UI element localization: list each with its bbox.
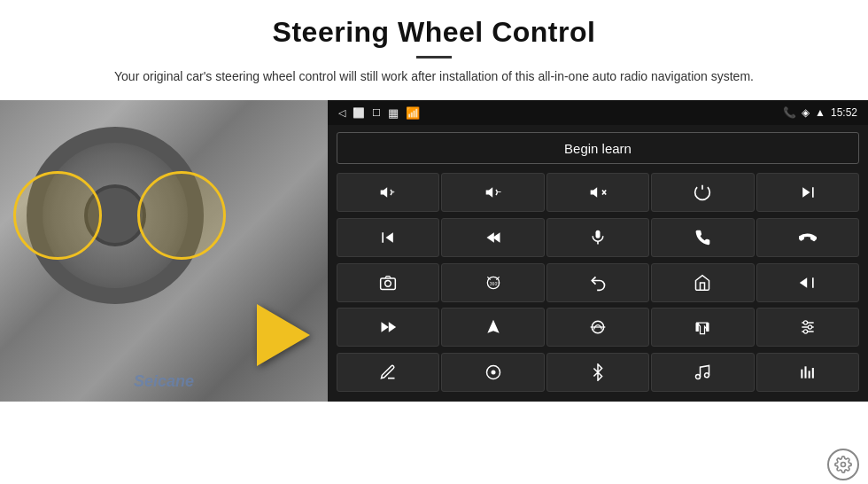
music-icon [694, 363, 711, 381]
switch-icon [589, 318, 607, 336]
record-icon [694, 318, 711, 336]
svg-rect-27 [707, 323, 709, 332]
svg-rect-26 [696, 323, 699, 332]
navigate-icon [484, 318, 502, 336]
record-button[interactable] [651, 308, 754, 347]
switch-button[interactable] [546, 308, 649, 347]
clock-display: 15:52 [831, 106, 857, 119]
skip-forward-button[interactable] [337, 308, 439, 347]
svg-marker-0 [381, 187, 388, 198]
title-divider [416, 56, 452, 59]
recents-nav-icon[interactable]: ☐ [372, 107, 381, 119]
bluetooth-button[interactable] [546, 353, 649, 392]
main-content: Seicane ◁ ⬜ ☐ ▦ 📶 📞 ◈ ▲ 15:52 [0, 100, 868, 402]
settings-button[interactable] [827, 449, 859, 480]
page-header: Steering Wheel Control Your original car… [0, 0, 868, 95]
back-icon [589, 274, 607, 292]
steering-wheel-image: Seicane [0, 100, 328, 402]
navigate-button[interactable] [441, 308, 544, 347]
home-icon [694, 274, 711, 292]
svg-point-16 [385, 280, 391, 286]
svg-point-33 [803, 330, 807, 333]
power-button[interactable] [651, 173, 754, 212]
mute-button[interactable] [546, 173, 649, 212]
svg-marker-23 [487, 320, 499, 333]
sliders-button[interactable] [756, 308, 859, 347]
skip-forward-icon [379, 318, 397, 336]
vol-up-icon: + [379, 183, 397, 201]
back-button[interactable] [546, 263, 649, 302]
circle-btn[interactable] [441, 353, 544, 392]
svg-text:−: − [497, 187, 501, 196]
vol-down-icon: − [484, 183, 502, 201]
page-title: Steering Wheel Control [35, 16, 833, 49]
svg-point-31 [803, 321, 807, 324]
svg-marker-2 [485, 187, 492, 198]
vol-up-button[interactable]: + [337, 173, 439, 212]
back-nav-icon[interactable]: ◁ [338, 107, 345, 119]
camera-button[interactable] [337, 263, 439, 302]
grid-status-icon: ▦ [388, 106, 399, 120]
status-bar-right: 📞 ◈ ▲ 15:52 [783, 106, 857, 119]
page-subtitle: Your original car's steering wheel contr… [97, 67, 771, 86]
highlight-circle-left [13, 171, 102, 260]
svg-rect-13 [595, 230, 600, 238]
svg-marker-22 [382, 323, 389, 333]
pen-icon [379, 363, 397, 381]
camera-icon [379, 274, 397, 292]
mic-button[interactable] [546, 218, 649, 257]
highlight-circle-right [137, 171, 226, 260]
ff-button[interactable] [441, 218, 544, 257]
svg-marker-8 [802, 187, 810, 198]
pen-button[interactable] [337, 353, 439, 392]
music-button[interactable] [651, 353, 754, 392]
vol-down-button[interactable]: − [441, 173, 544, 212]
svg-point-42 [841, 463, 846, 467]
mute-icon [589, 183, 607, 201]
power-icon [694, 183, 711, 201]
arrow-container [257, 304, 310, 366]
next-track-icon [379, 229, 397, 246]
rewind-button[interactable] [756, 263, 859, 302]
equalizer-button[interactable] [756, 353, 859, 392]
gear-icon [834, 456, 852, 473]
home-button[interactable] [651, 263, 754, 302]
signal-status-icon: 📶 [406, 106, 420, 120]
hang-up-icon [799, 229, 817, 246]
settings-area [827, 449, 859, 480]
prev-track-icon [799, 183, 817, 201]
svg-marker-19 [800, 277, 807, 288]
phone-status-icon: 📞 [783, 106, 796, 119]
svg-text:+: + [391, 189, 395, 194]
android-ui-panel: ◁ ⬜ ☐ ▦ 📶 📞 ◈ ▲ 15:52 Begin learn [328, 100, 868, 402]
phone-button[interactable] [651, 218, 754, 257]
svg-point-36 [696, 375, 701, 379]
begin-learn-button[interactable]: Begin learn [337, 132, 859, 164]
microphone-icon [589, 229, 607, 246]
equalizer-icon [799, 363, 817, 381]
fast-forward-icon [484, 229, 502, 246]
phone-icon [694, 229, 711, 246]
home-nav-icon[interactable]: ⬜ [353, 107, 365, 119]
signal-bars-icon: ▲ [815, 106, 825, 119]
svg-point-32 [808, 325, 811, 329]
control-grid: + − [328, 171, 868, 402]
direction-arrow [257, 304, 310, 366]
bluetooth-icon [589, 363, 607, 381]
circle-dot-icon [484, 363, 502, 381]
seicane-logo: Seicane [134, 372, 194, 391]
svg-marker-21 [389, 323, 396, 333]
sliders-icon [799, 318, 817, 336]
svg-marker-10 [386, 232, 393, 243]
page-wrapper: Steering Wheel Control Your original car… [0, 0, 868, 402]
svg-text:360°: 360° [489, 280, 498, 285]
rewind-icon [799, 274, 817, 292]
hangup-button[interactable] [756, 218, 859, 257]
next-track-button[interactable] [337, 218, 439, 257]
prev-track-button[interactable] [756, 173, 859, 212]
status-bar-left: ◁ ⬜ ☐ ▦ 📶 [338, 106, 420, 120]
rotate360-button[interactable]: 360° [441, 263, 544, 302]
svg-point-37 [705, 373, 709, 378]
begin-learn-row: Begin learn [328, 125, 868, 171]
svg-point-35 [491, 371, 495, 375]
